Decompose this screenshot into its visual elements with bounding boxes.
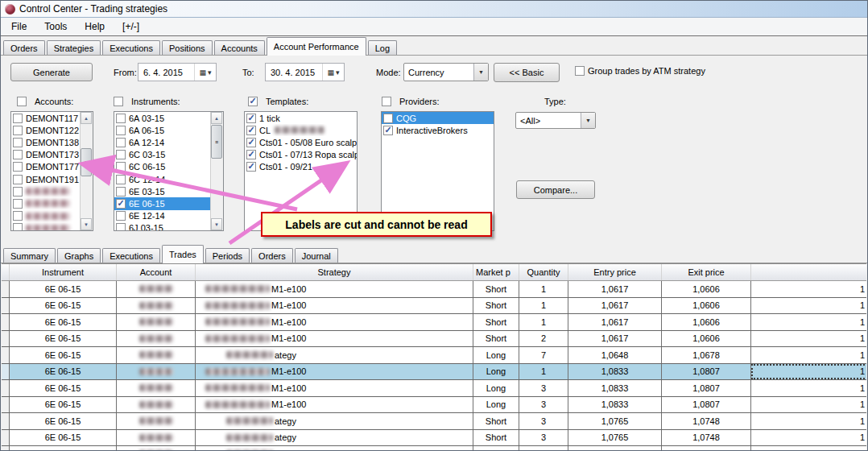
tab-log[interactable]: Log xyxy=(368,40,397,56)
list-item[interactable] xyxy=(11,185,81,197)
chevron-down-icon[interactable]: ▼ xyxy=(581,113,595,128)
checkbox[interactable] xyxy=(116,187,126,197)
checkbox[interactable] xyxy=(13,199,23,209)
compare-button[interactable]: Compare... xyxy=(516,180,595,199)
list-item[interactable]: DEMONT122 xyxy=(11,124,81,136)
checkbox[interactable]: ✓ xyxy=(246,150,256,159)
list-item[interactable]: ✓1 tick xyxy=(245,112,357,124)
list-item[interactable]: 6A 03-15 xyxy=(114,112,211,124)
checkbox[interactable]: ✓ xyxy=(116,199,126,209)
checkbox[interactable] xyxy=(116,114,126,123)
list-item[interactable]: DEMONT177 xyxy=(11,161,81,173)
checkbox[interactable] xyxy=(17,97,27,106)
list-item[interactable]: ✓InteractiveBrokers xyxy=(382,124,494,136)
checkbox[interactable] xyxy=(13,150,23,159)
column-header-instrument[interactable]: Instrument xyxy=(10,264,117,280)
checkbox[interactable]: ✓ xyxy=(246,114,256,123)
table-row[interactable]: 6E 06-15ategyLong71,06481,06781 xyxy=(2,347,866,364)
table-row[interactable]: 6E 06-15M1-e100Short11,06171,06061 xyxy=(2,314,866,331)
chevron-down-icon[interactable]: ▼ xyxy=(473,64,488,81)
checkbox[interactable] xyxy=(13,162,23,172)
checkbox[interactable]: ✓ xyxy=(383,126,393,135)
checkbox[interactable] xyxy=(13,114,23,123)
scrollbar-thumb[interactable]: ≡ xyxy=(211,125,222,159)
tab-orders[interactable]: Orders xyxy=(3,40,45,56)
list-item[interactable]: DEMONT191 xyxy=(11,173,81,185)
list-item[interactable]: DEMONT138 xyxy=(11,136,81,148)
column-header-account[interactable]: Account xyxy=(117,264,196,280)
list-item[interactable] xyxy=(11,222,81,231)
column-header-market-p[interactable]: Market p xyxy=(473,264,519,280)
table-row[interactable]: 6E 06-15M1-e100Short11,06171,06061 xyxy=(2,298,866,315)
tab-graphs[interactable]: Graphs xyxy=(57,248,101,263)
table-row[interactable]: 6E 06-15ategyShort11,07651,07481 xyxy=(2,446,866,450)
column-header-blank[interactable] xyxy=(2,264,10,280)
checkbox[interactable] xyxy=(116,211,126,221)
scrollbar-thumb[interactable]: ≡ xyxy=(81,148,92,176)
checkbox[interactable] xyxy=(116,223,126,231)
list-item[interactable]: 6C 03-15 xyxy=(114,149,211,161)
list-item[interactable]: ✓Cts01 - 09/21 xyxy=(245,161,357,173)
list-item[interactable]: ✓Cts01 - 05/08 Euro scalp xyxy=(245,136,357,148)
checkbox[interactable]: ✓ xyxy=(246,162,256,172)
checkbox[interactable]: ✓ xyxy=(246,126,256,135)
checkbox[interactable] xyxy=(383,114,393,123)
menu-item-file[interactable]: File xyxy=(2,18,35,35)
checkbox[interactable] xyxy=(114,97,123,106)
list-item[interactable]: ✓CL xyxy=(245,124,357,136)
list-item[interactable] xyxy=(11,210,81,222)
table-row[interactable]: 6E 06-15M1-e100Long11,08331,08071 xyxy=(2,364,866,381)
list-item[interactable]: 6E 03-15 xyxy=(114,185,211,197)
tab-periods[interactable]: Periods xyxy=(205,248,250,263)
tab-accounts[interactable]: Accounts xyxy=(214,40,265,56)
table-row[interactable]: 6E 06-15M1-e100Short11,06171,06061 xyxy=(2,281,866,298)
table-row[interactable]: 6E 06-15ategyShort31,07651,07481 xyxy=(2,413,866,430)
column-header-entry-price[interactable]: Entry price xyxy=(568,264,662,280)
tab-trades[interactable]: Trades xyxy=(162,245,204,263)
menu-item-tools[interactable]: Tools xyxy=(35,18,76,35)
checkbox[interactable] xyxy=(116,162,126,172)
checkbox[interactable]: ✓ xyxy=(248,97,258,106)
checkbox[interactable] xyxy=(13,175,23,184)
list-item[interactable]: ✓6E 06-15 xyxy=(114,197,211,209)
menu-item-[interactable]: [+/-] xyxy=(114,18,148,35)
checkbox[interactable] xyxy=(13,211,23,221)
generate-button[interactable]: Generate xyxy=(10,63,93,81)
checkbox[interactable] xyxy=(575,66,585,76)
column-header-quantity[interactable]: Quantity xyxy=(519,264,568,280)
scroll-up-icon[interactable]: ▲ xyxy=(81,112,92,124)
tab-journal[interactable]: Journal xyxy=(295,248,338,263)
checkbox[interactable] xyxy=(116,175,126,184)
checkbox[interactable] xyxy=(382,97,391,106)
list-item[interactable]: ✓Cts01 - 07/13 Ropa scalp xyxy=(245,149,357,161)
basic-button[interactable]: << Basic xyxy=(494,63,560,82)
accounts-filter-header[interactable]: Accounts: xyxy=(17,97,73,106)
instruments-list[interactable]: ▲ ≡ ▼ 6A 03-156A 06-156A 12-146C 03-156C… xyxy=(114,111,224,231)
column-header-blank[interactable] xyxy=(751,264,866,280)
tab-executions[interactable]: Executions xyxy=(102,40,160,56)
tab-summary[interactable]: Summary xyxy=(3,248,56,263)
list-item[interactable]: 6C 06-15 xyxy=(114,161,211,173)
tab-orders[interactable]: Orders xyxy=(251,248,293,263)
mode-dropdown[interactable]: Currency ▼ xyxy=(403,63,489,81)
table-row[interactable]: 6E 06-15M1-e100Long31,08331,08071 xyxy=(2,397,866,414)
table-row[interactable]: 6E 06-15M1-e100Short21,06171,06061 xyxy=(2,331,866,348)
menu-item-help[interactable]: Help xyxy=(76,18,114,35)
list-item[interactable]: 6A 06-15 xyxy=(114,124,211,136)
list-item[interactable]: 6C 12-14 xyxy=(114,173,211,185)
list-item[interactable]: 6E 12-14 xyxy=(114,210,211,222)
checkbox[interactable] xyxy=(13,126,23,135)
checkbox[interactable] xyxy=(116,126,126,135)
type-dropdown[interactable]: <All> ▼ xyxy=(515,112,596,129)
column-header-strategy[interactable]: Strategy xyxy=(196,264,473,280)
templates-filter-header[interactable]: ✓ Templates: xyxy=(248,97,308,106)
instruments-scrollbar[interactable]: ▲ ≡ ▼ xyxy=(210,112,223,230)
checkbox[interactable] xyxy=(13,138,23,147)
checkbox[interactable] xyxy=(13,223,23,231)
list-item[interactable]: DEMONT173 xyxy=(11,149,81,161)
scroll-down-icon[interactable]: ▼ xyxy=(211,218,222,230)
checkbox[interactable] xyxy=(13,187,23,197)
list-item[interactable]: DEMONT117 xyxy=(11,112,81,124)
to-date-picker[interactable]: 30. 4. 2015 ▦▾ xyxy=(265,63,345,81)
checkbox[interactable] xyxy=(116,150,126,159)
